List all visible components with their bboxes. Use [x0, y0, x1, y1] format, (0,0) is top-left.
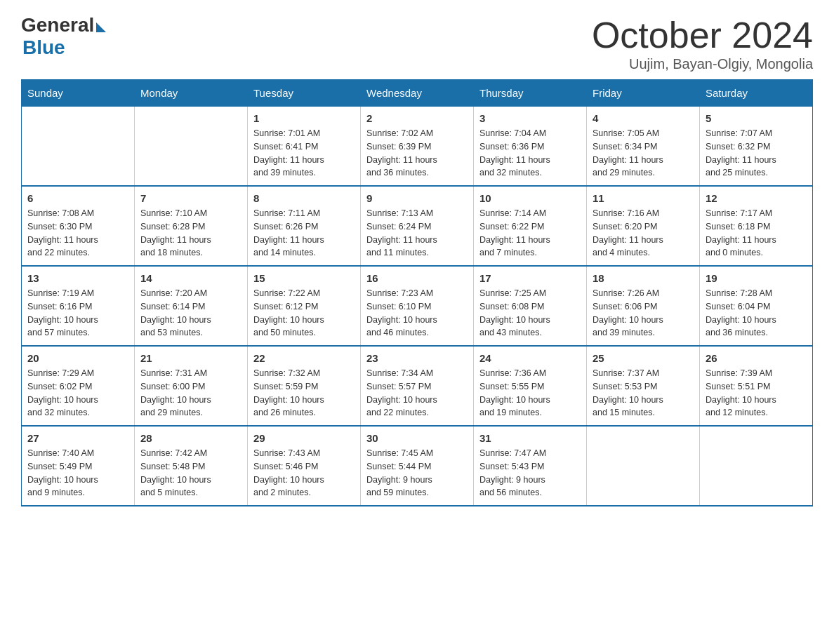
location: Uujim, Bayan-Olgiy, Mongolia — [592, 56, 813, 72]
day-info: Sunrise: 7:34 AM Sunset: 5:57 PM Dayligh… — [366, 367, 468, 420]
day-number: 26 — [706, 352, 807, 364]
day-number: 15 — [253, 272, 355, 284]
day-cell: 21Sunrise: 7:31 AM Sunset: 6:00 PM Dayli… — [135, 346, 248, 426]
header-day-thursday: Thursday — [474, 80, 587, 107]
day-info: Sunrise: 7:25 AM Sunset: 6:08 PM Dayligh… — [479, 287, 581, 340]
day-info: Sunrise: 7:14 AM Sunset: 6:22 PM Dayligh… — [479, 207, 581, 260]
day-number: 6 — [27, 192, 128, 204]
page-header: General Blue October 2024 Uujim, Bayan-O… — [21, 14, 813, 72]
day-info: Sunrise: 7:28 AM Sunset: 6:04 PM Dayligh… — [706, 287, 807, 340]
day-info: Sunrise: 7:01 AM Sunset: 6:41 PM Dayligh… — [253, 127, 355, 180]
day-info: Sunrise: 7:05 AM Sunset: 6:34 PM Dayligh… — [593, 127, 694, 180]
day-cell: 3Sunrise: 7:04 AM Sunset: 6:36 PM Daylig… — [474, 107, 587, 187]
day-info: Sunrise: 7:23 AM Sunset: 6:10 PM Dayligh… — [366, 287, 468, 340]
day-number: 24 — [479, 352, 581, 364]
day-number: 7 — [140, 192, 241, 204]
day-number: 1 — [253, 112, 355, 124]
week-row-1: 1Sunrise: 7:01 AM Sunset: 6:41 PM Daylig… — [22, 107, 813, 187]
logo: General Blue — [21, 14, 106, 59]
day-info: Sunrise: 7:20 AM Sunset: 6:14 PM Dayligh… — [140, 287, 241, 340]
header-row: SundayMondayTuesdayWednesdayThursdayFrid… — [22, 80, 813, 107]
day-number: 22 — [253, 352, 355, 364]
day-cell: 1Sunrise: 7:01 AM Sunset: 6:41 PM Daylig… — [248, 107, 361, 187]
logo-general-text: General — [21, 14, 94, 36]
day-cell: 2Sunrise: 7:02 AM Sunset: 6:39 PM Daylig… — [361, 107, 474, 187]
day-info: Sunrise: 7:13 AM Sunset: 6:24 PM Dayligh… — [366, 207, 468, 260]
day-cell — [587, 426, 700, 506]
day-cell: 8Sunrise: 7:11 AM Sunset: 6:26 PM Daylig… — [248, 186, 361, 266]
day-number: 17 — [479, 272, 581, 284]
day-cell: 16Sunrise: 7:23 AM Sunset: 6:10 PM Dayli… — [361, 266, 474, 346]
day-cell: 17Sunrise: 7:25 AM Sunset: 6:08 PM Dayli… — [474, 266, 587, 346]
day-info: Sunrise: 7:08 AM Sunset: 6:30 PM Dayligh… — [27, 207, 128, 260]
header-day-tuesday: Tuesday — [248, 80, 361, 107]
day-number: 29 — [253, 432, 355, 444]
day-info: Sunrise: 7:40 AM Sunset: 5:49 PM Dayligh… — [27, 447, 128, 499]
day-info: Sunrise: 7:29 AM Sunset: 6:02 PM Dayligh… — [27, 367, 128, 420]
day-info: Sunrise: 7:22 AM Sunset: 6:12 PM Dayligh… — [253, 287, 355, 340]
day-number: 10 — [479, 192, 581, 204]
day-info: Sunrise: 7:10 AM Sunset: 6:28 PM Dayligh… — [140, 207, 241, 260]
day-info: Sunrise: 7:37 AM Sunset: 5:53 PM Dayligh… — [593, 367, 694, 420]
day-number: 19 — [706, 272, 807, 284]
title-section: October 2024 Uujim, Bayan-Olgiy, Mongoli… — [592, 14, 813, 72]
day-info: Sunrise: 7:39 AM Sunset: 5:51 PM Dayligh… — [706, 367, 807, 420]
day-info: Sunrise: 7:47 AM Sunset: 5:43 PM Dayligh… — [479, 447, 581, 499]
day-info: Sunrise: 7:04 AM Sunset: 6:36 PM Dayligh… — [479, 127, 581, 180]
day-number: 3 — [479, 112, 581, 124]
day-number: 23 — [366, 352, 468, 364]
week-row-2: 6Sunrise: 7:08 AM Sunset: 6:30 PM Daylig… — [22, 186, 813, 266]
day-info: Sunrise: 7:31 AM Sunset: 6:00 PM Dayligh… — [140, 367, 241, 420]
day-number: 28 — [140, 432, 241, 444]
week-row-5: 27Sunrise: 7:40 AM Sunset: 5:49 PM Dayli… — [22, 426, 813, 506]
day-cell: 28Sunrise: 7:42 AM Sunset: 5:48 PM Dayli… — [135, 426, 248, 506]
day-number: 13 — [27, 272, 128, 284]
header-day-friday: Friday — [587, 80, 700, 107]
day-number: 12 — [706, 192, 807, 204]
day-number: 30 — [366, 432, 468, 444]
header-day-wednesday: Wednesday — [361, 80, 474, 107]
day-cell: 18Sunrise: 7:26 AM Sunset: 6:06 PM Dayli… — [587, 266, 700, 346]
header-day-monday: Monday — [135, 80, 248, 107]
day-number: 16 — [366, 272, 468, 284]
day-info: Sunrise: 7:45 AM Sunset: 5:44 PM Dayligh… — [366, 447, 468, 499]
day-cell: 13Sunrise: 7:19 AM Sunset: 6:16 PM Dayli… — [22, 266, 135, 346]
day-cell: 14Sunrise: 7:20 AM Sunset: 6:14 PM Dayli… — [135, 266, 248, 346]
day-info: Sunrise: 7:26 AM Sunset: 6:06 PM Dayligh… — [593, 287, 694, 340]
header-day-saturday: Saturday — [700, 80, 813, 107]
day-cell: 6Sunrise: 7:08 AM Sunset: 6:30 PM Daylig… — [22, 186, 135, 266]
day-info: Sunrise: 7:19 AM Sunset: 6:16 PM Dayligh… — [27, 287, 128, 340]
day-number: 21 — [140, 352, 241, 364]
header-day-sunday: Sunday — [22, 80, 135, 107]
calendar-header: SundayMondayTuesdayWednesdayThursdayFrid… — [22, 80, 813, 107]
day-info: Sunrise: 7:16 AM Sunset: 6:20 PM Dayligh… — [593, 207, 694, 260]
day-cell: 19Sunrise: 7:28 AM Sunset: 6:04 PM Dayli… — [700, 266, 813, 346]
calendar-body: 1Sunrise: 7:01 AM Sunset: 6:41 PM Daylig… — [22, 107, 813, 507]
day-cell: 22Sunrise: 7:32 AM Sunset: 5:59 PM Dayli… — [248, 346, 361, 426]
day-cell — [22, 107, 135, 187]
logo-blue-text: Blue — [22, 36, 65, 59]
day-cell: 31Sunrise: 7:47 AM Sunset: 5:43 PM Dayli… — [474, 426, 587, 506]
day-info: Sunrise: 7:42 AM Sunset: 5:48 PM Dayligh… — [140, 447, 241, 499]
day-cell: 23Sunrise: 7:34 AM Sunset: 5:57 PM Dayli… — [361, 346, 474, 426]
calendar-table: SundayMondayTuesdayWednesdayThursdayFrid… — [21, 79, 813, 507]
day-cell: 4Sunrise: 7:05 AM Sunset: 6:34 PM Daylig… — [587, 107, 700, 187]
week-row-3: 13Sunrise: 7:19 AM Sunset: 6:16 PM Dayli… — [22, 266, 813, 346]
day-number: 2 — [366, 112, 468, 124]
day-info: Sunrise: 7:43 AM Sunset: 5:46 PM Dayligh… — [253, 447, 355, 499]
day-number: 9 — [366, 192, 468, 204]
day-number: 25 — [593, 352, 694, 364]
day-info: Sunrise: 7:11 AM Sunset: 6:26 PM Dayligh… — [253, 207, 355, 260]
day-cell — [700, 426, 813, 506]
logo-arrow-icon — [96, 22, 106, 32]
day-cell: 12Sunrise: 7:17 AM Sunset: 6:18 PM Dayli… — [700, 186, 813, 266]
day-info: Sunrise: 7:02 AM Sunset: 6:39 PM Dayligh… — [366, 127, 468, 180]
day-cell: 7Sunrise: 7:10 AM Sunset: 6:28 PM Daylig… — [135, 186, 248, 266]
day-info: Sunrise: 7:36 AM Sunset: 5:55 PM Dayligh… — [479, 367, 581, 420]
day-number: 20 — [27, 352, 128, 364]
day-cell: 5Sunrise: 7:07 AM Sunset: 6:32 PM Daylig… — [700, 107, 813, 187]
day-cell: 20Sunrise: 7:29 AM Sunset: 6:02 PM Dayli… — [22, 346, 135, 426]
day-number: 27 — [27, 432, 128, 444]
day-number: 4 — [593, 112, 694, 124]
day-cell — [135, 107, 248, 187]
